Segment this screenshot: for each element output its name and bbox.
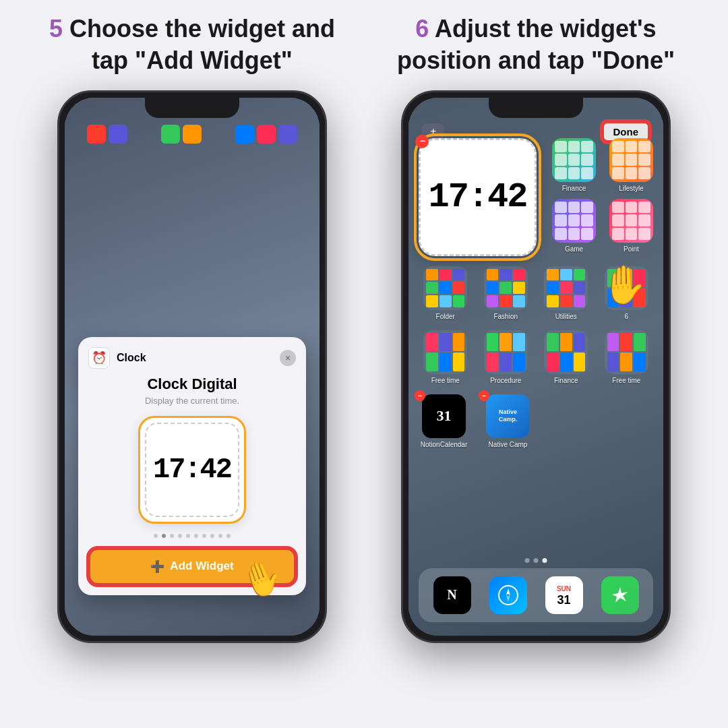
notion-minus-badge[interactable]: − xyxy=(415,390,425,401)
top-app-group-3 xyxy=(235,125,297,144)
dock-app-spark[interactable] xyxy=(601,576,639,614)
phone2-side-btn-vol-up xyxy=(401,207,403,247)
spark-icon xyxy=(610,585,630,605)
dot-10 xyxy=(226,534,231,538)
step-5-bold: "Add Widget" xyxy=(135,47,293,74)
top-app-6 xyxy=(257,125,276,144)
top-app-5 xyxy=(235,125,254,144)
app-group-lifestyle-label: Lifestyle xyxy=(619,185,644,192)
dot-6 xyxy=(194,534,198,538)
widget-minus-badge[interactable]: − xyxy=(415,135,429,148)
phone-1-notch xyxy=(145,98,239,118)
app-free-time-2-label: Free time xyxy=(612,377,640,384)
clock-app-icon: ⏰ xyxy=(88,347,110,369)
apps-row-2: Free time xyxy=(415,330,657,384)
page-dot-2 xyxy=(534,558,539,563)
dot-9 xyxy=(218,534,222,538)
hand-cursor-phone2: 🤚 xyxy=(600,263,646,307)
step-6-title: 6 Adjust the widget's position and tap "… xyxy=(381,13,691,77)
modal-header: ⏰ Clock × xyxy=(88,347,296,369)
step-6-number: 6 xyxy=(415,15,429,42)
app-fashion-label: Fashion xyxy=(493,313,518,320)
modal-app-name: Clock xyxy=(117,352,146,364)
app-group-finance: Finance xyxy=(549,138,599,192)
app-group-game-label: Game xyxy=(565,245,583,253)
dot-2 xyxy=(162,534,166,538)
svg-marker-1 xyxy=(506,588,510,595)
dot-1 xyxy=(154,534,158,538)
top-app-group-1 xyxy=(87,125,127,144)
phone-1-frame: ⏰ Clock × Clock Digital Display the curr… xyxy=(57,90,327,643)
native-camp-minus-badge[interactable]: − xyxy=(479,390,489,401)
app-free-time-1[interactable]: Free time xyxy=(420,330,471,384)
app-group-lifestyle: Lifestyle xyxy=(606,138,657,192)
step-5-number: 5 xyxy=(49,15,63,42)
apps-row-bottom: − 31 NotionCalendar − NativeCamp. xyxy=(415,394,657,448)
top-app-group-2 xyxy=(161,125,202,144)
large-clock-widget[interactable]: − 17:42 xyxy=(419,138,537,256)
steps-row: 5 Choose the widget and tap "Add Widget" xyxy=(0,13,728,643)
dot-8 xyxy=(210,534,214,538)
app-native-camp-label: Native Camp xyxy=(489,441,528,448)
large-clock-time: 17:42 xyxy=(428,177,526,217)
app-6-label: 6 xyxy=(624,313,628,320)
app-group-game: Game xyxy=(549,199,599,253)
dot-4 xyxy=(178,534,182,538)
top-app-2 xyxy=(109,125,127,144)
app-utilities[interactable]: Utilities xyxy=(541,266,591,320)
dock-app-safari[interactable] xyxy=(489,576,527,614)
step-6: 6 Adjust the widget's position and tap "… xyxy=(381,13,691,643)
phone-side-btn-vol-up xyxy=(57,207,59,247)
phone-2-dock: N SUN 31 xyxy=(419,568,653,622)
app-free-time-2[interactable]: Free time xyxy=(601,330,652,384)
app-notion-calendar[interactable]: − 31 NotionCalendar xyxy=(419,394,469,448)
app-folder-label: Folder xyxy=(436,313,455,320)
app-finance-2[interactable]: Finance xyxy=(541,330,591,384)
top-app-4 xyxy=(183,125,202,144)
dot-5 xyxy=(186,534,190,538)
step-5-title: 5 Choose the widget and tap "Add Widget" xyxy=(37,13,347,77)
app-group-point: Point xyxy=(606,199,657,253)
app-procedure-label: Procedure xyxy=(490,377,521,384)
app-notion-calendar-label: NotionCalendar xyxy=(421,441,468,448)
svg-marker-2 xyxy=(506,595,510,602)
app-group-game-icon[interactable] xyxy=(552,199,596,243)
dock-app-calendar[interactable]: SUN 31 xyxy=(545,576,583,614)
clock-face-display: 17:42 xyxy=(145,423,239,517)
add-widget-label: Add Widget xyxy=(170,559,233,573)
safari-compass-icon xyxy=(497,584,519,606)
app-group-lifestyle-icon[interactable] xyxy=(609,138,653,182)
phone-2-background: + Done − 17:42 xyxy=(408,98,663,636)
top-app-3 xyxy=(161,125,180,144)
app-native-camp[interactable]: − NativeCamp. Native Camp xyxy=(483,394,533,448)
modal-page-dots xyxy=(88,534,296,538)
add-widget-plus-icon: ➕ xyxy=(150,559,164,574)
step-5: 5 Choose the widget and tap "Add Widget" xyxy=(37,13,347,643)
top-app-7 xyxy=(278,125,297,144)
app-fashion[interactable]: Fashion xyxy=(481,266,531,320)
phone2-side-btn-vol-down xyxy=(401,257,403,298)
app-procedure[interactable]: Procedure xyxy=(481,330,531,384)
phone-2-frame: + Done − 17:42 xyxy=(401,90,671,643)
dock-app-notion[interactable]: N xyxy=(433,576,471,614)
modal-close-button[interactable]: × xyxy=(280,350,296,366)
app-group-point-label: Point xyxy=(624,245,639,253)
app-free-time-1-label: Free time xyxy=(431,377,460,384)
phone-1-screen: ⏰ Clock × Clock Digital Display the curr… xyxy=(65,98,320,636)
dot-7 xyxy=(202,534,206,538)
phone-side-btn-vol-down xyxy=(57,257,59,298)
phone2-side-btn-power xyxy=(669,207,671,268)
phone-side-btn-power xyxy=(325,207,327,268)
dot-3 xyxy=(170,534,174,538)
app-folder[interactable]: Folder xyxy=(420,266,471,320)
phone-1-background: ⏰ Clock × Clock Digital Display the curr… xyxy=(65,98,320,636)
phone2-app-grid-top: Finance xyxy=(549,138,657,253)
phone-2-screen: + Done − 17:42 xyxy=(408,98,663,636)
app-group-finance-icon[interactable] xyxy=(552,138,596,182)
page-indicator-dots xyxy=(525,558,547,563)
app-finance-2-label: Finance xyxy=(554,377,578,384)
app-group-point-icon[interactable] xyxy=(609,199,653,243)
phone-2-notch xyxy=(489,98,583,118)
main-container: 5 Choose the widget and tap "Add Widget" xyxy=(0,0,728,728)
phone-side-btn-mute xyxy=(57,173,59,197)
